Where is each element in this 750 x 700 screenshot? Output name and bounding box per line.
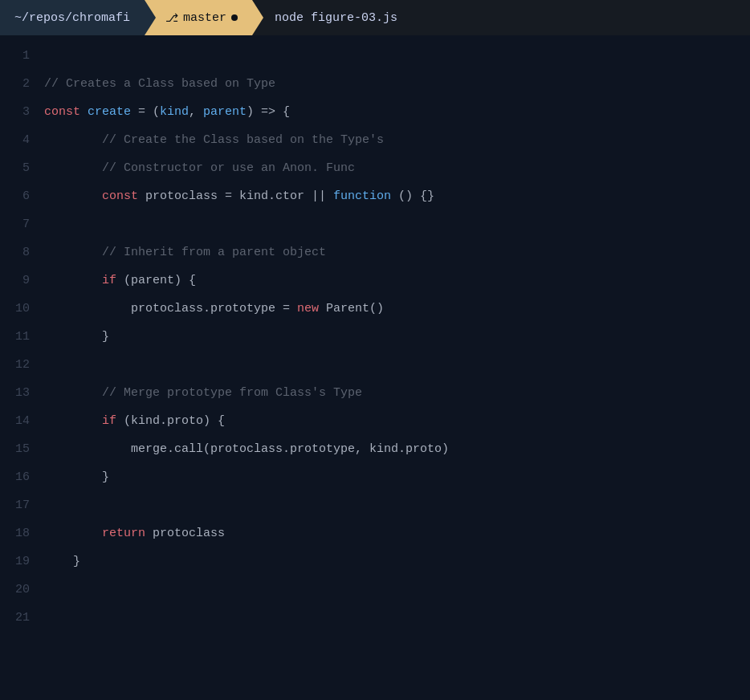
code-line: 10 protoclass.prototype = new Parent() [0,295,750,323]
token-plain: = ( [131,105,160,119]
token-param: parent [203,105,247,119]
line-content: return protoclass [44,519,225,547]
token-comment: // Merge prototype from Class's Type [44,386,362,400]
path-text: ~/repos/chromafi [14,11,130,25]
line-number: 11 [0,323,44,351]
token-kw-if: if [102,274,116,287]
branch-icon: ⎇ [165,11,178,25]
line-number: 2 [0,70,44,98]
token-comment: // Create the Class based on the Type's [44,133,384,147]
line-content: if (kind.proto) { [44,407,225,435]
token-plain: , [189,105,203,119]
line-content: // Merge prototype from Class's Type [44,379,362,407]
line-number: 5 [0,154,44,182]
code-line: 21 [0,604,750,632]
line-number: 20 [0,576,44,604]
line-content: const protoclass = kind.ctor || function… [44,182,434,210]
token-plain: } [44,470,109,484]
line-number: 14 [0,407,44,435]
code-line: 4 // Create the Class based on the Type'… [0,126,750,154]
line-number: 15 [0,435,44,463]
code-line: 3const create = (kind, parent) => { [0,98,750,126]
line-content: } [44,547,80,576]
code-line: 9 if (parent) { [0,267,750,295]
token-plain: protoclass [145,527,225,540]
token-comment: // Constructor or use an Anon. Func [44,161,355,175]
token-kw-const: const [44,105,80,119]
token-kw-const: const [102,189,138,203]
token-kw-function: function [333,189,391,203]
code-line: 12 [0,351,750,379]
line-number: 18 [0,519,44,547]
code-line: 18 return protoclass [0,519,750,547]
code-line: 2// Creates a Class based on Type [0,70,750,98]
line-content: } [44,323,109,351]
code-line: 8 // Inherit from a parent object [0,238,750,267]
dot-indicator [231,14,238,21]
command-segment: node figure-03.js [252,0,750,35]
token-kw-new: new [297,302,319,315]
line-number: 12 [0,351,44,379]
token-plain: (kind.proto) { [116,414,225,428]
line-content: // Constructor or use an Anon. Func [44,154,355,182]
line-number: 10 [0,295,44,323]
line-number: 8 [0,238,44,267]
branch-name: master [183,11,226,25]
code-line: 1 [0,42,750,70]
code-line: 7 [0,210,750,238]
token-plain: merge.call(protoclass.prototype, kind.pr… [44,442,449,456]
token-plain: (parent) { [116,274,196,287]
token-plain [80,105,88,119]
token-comment: // Inherit from a parent object [44,246,326,259]
code-line: 14 if (kind.proto) { [0,407,750,435]
line-number: 7 [0,210,44,238]
token-param: kind [160,105,189,119]
line-number: 21 [0,604,44,632]
line-number: 3 [0,98,44,126]
code-editor: 12// Creates a Class based on Type3const… [0,35,750,700]
code-line: 19 } [0,547,750,576]
token-plain [44,414,102,428]
code-line: 6 const protoclass = kind.ctor || functi… [0,182,750,210]
code-line: 5 // Constructor or use an Anon. Func [0,154,750,182]
line-number: 19 [0,547,44,576]
line-number: 9 [0,267,44,295]
token-plain: protoclass.prototype = [44,302,297,315]
token-kw-if: if [102,414,116,428]
code-line: 11 } [0,323,750,351]
command-text: node figure-03.js [275,11,397,25]
token-plain [44,527,102,540]
token-plain: ) => { [247,105,290,119]
line-content: // Inherit from a parent object [44,238,326,267]
path-segment: ~/repos/chromafi [0,0,145,35]
token-plain [44,189,102,203]
line-number: 6 [0,182,44,210]
terminal-header: ~/repos/chromafi ⎇ master node figure-03… [0,0,750,35]
token-kw-return: return [102,527,145,540]
line-content: protoclass.prototype = new Parent() [44,295,384,323]
line-number: 1 [0,42,44,70]
line-number: 13 [0,379,44,407]
token-plain: () {} [391,189,434,203]
line-number: 17 [0,491,44,519]
line-number: 4 [0,126,44,154]
line-content: // Create the Class based on the Type's [44,126,384,154]
token-plain: protoclass = kind.ctor || [138,189,333,203]
line-content: const create = (kind, parent) => { [44,98,290,126]
branch-segment: ⎇ master [145,0,252,35]
code-line: 17 [0,491,750,519]
token-comment: // Creates a Class based on Type [44,77,275,91]
token-plain: Parent() [319,302,384,315]
code-line: 20 [0,576,750,604]
line-content: merge.call(protoclass.prototype, kind.pr… [44,435,449,463]
token-plain: } [44,555,80,568]
line-content: // Creates a Class based on Type [44,70,275,98]
line-content: if (parent) { [44,267,196,295]
token-fn-name: create [88,105,131,119]
line-number: 16 [0,463,44,491]
terminal-window: ~/repos/chromafi ⎇ master node figure-03… [0,0,750,700]
code-line: 15 merge.call(protoclass.prototype, kind… [0,435,750,463]
line-content: } [44,463,109,491]
token-plain: } [44,330,109,344]
token-plain [44,274,102,287]
